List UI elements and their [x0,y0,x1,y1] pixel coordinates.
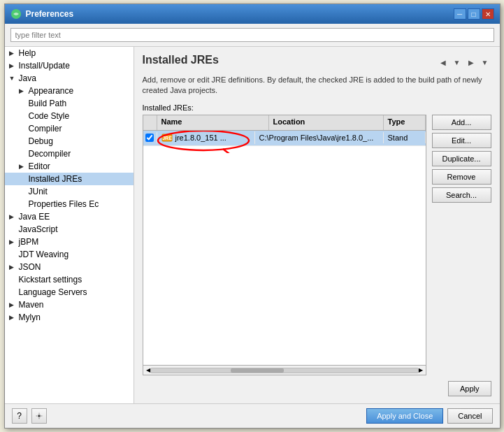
gear-icon [35,412,43,420]
content-area: ▶ Help ▶ Install/Update ▼ Java ▶ Appeara… [5,47,500,403]
sidebar-label: Decompiler [29,149,71,159]
row-name: jre1.8.0_151 ... [175,134,226,142]
sidebar-item-jbpm[interactable]: ▶ jBPM [5,236,134,248]
dialog-body: ▶ Help ▶ Install/Update ▼ Java ▶ Appeara… [5,24,500,403]
scroll-right-button[interactable]: ▶ [419,367,423,373]
expand-arrow: ▶ [9,301,16,308]
footer-left: ? [12,408,47,424]
sidebar-item-code-style[interactable]: ▶ Code Style [5,110,134,122]
horizontal-scrollbar-track[interactable] [150,368,419,373]
eclipse-icon [10,8,22,20]
sidebar-label: Editor [29,161,50,171]
sidebar-item-jdt-weaving[interactable]: ▶ JDT Weaving [5,248,134,261]
sidebar-label: Language Servers [19,287,87,297]
sidebar-item-kickstart[interactable]: ▶ Kickstart settings [5,273,134,286]
help-icon-button[interactable]: ? [12,408,27,424]
sidebar-item-decompiler[interactable]: ▶ Decompiler [5,147,134,160]
remove-button[interactable]: Remove [432,169,491,185]
edit-button[interactable]: Edit... [432,133,491,148]
back-dropdown-button[interactable]: ▼ [451,56,463,69]
search-bar [5,24,500,47]
table-row[interactable]: JRE jre1.8.0_151 ... C:\Program Files\Ja… [143,131,426,146]
sidebar-label: Installed JREs [29,174,82,184]
sidebar-label: Compiler [29,124,62,134]
table-row-area: Name Location Type [143,115,491,375]
expand-arrow: ▶ [9,50,16,57]
th-location: Location [269,115,384,130]
sidebar-item-appearance[interactable]: ▶ Appearance [5,85,134,97]
horizontal-scrollbar-thumb [231,368,284,373]
sidebar: ▶ Help ▶ Install/Update ▼ Java ▶ Appeara… [5,47,134,403]
sidebar-item-properties-files[interactable]: ▶ Properties Files Ec [5,198,134,210]
sidebar-item-language-servers[interactable]: ▶ Language Servers [5,286,134,298]
th-name: Name [157,115,269,130]
maximize-button[interactable]: □ [468,8,480,20]
sidebar-item-compiler[interactable]: ▶ Compiler [5,122,134,135]
sidebar-label: jBPM [19,237,39,247]
svg-text:JRE: JRE [162,136,172,141]
jre-checkbox[interactable] [145,134,154,142]
sidebar-item-install-update[interactable]: ▶ Install/Update [5,59,134,72]
sidebar-label: Build Path [29,99,67,108]
expand-arrow: ▶ [9,264,16,271]
jre-table: Name Location Type [143,115,426,375]
expand-arrow: ▼ [9,75,16,82]
apply-button[interactable]: Apply [448,381,491,396]
table-scrollbar[interactable]: ◀ ▶ [143,365,426,375]
forward-button[interactable]: ▶ [465,56,477,69]
panel-description: Add, remove or edit JRE definitions. By … [143,75,491,96]
sidebar-item-build-path[interactable]: ▶ Build Path [5,97,134,110]
sidebar-item-installed-jres[interactable]: ▶ Installed JREs [5,173,134,185]
preferences-icon-button[interactable] [31,408,47,424]
sidebar-label: Code Style [29,111,70,121]
apply-close-button[interactable]: Apply and Close [366,408,443,424]
scroll-left-button[interactable]: ◀ [146,367,150,373]
th-check [143,115,157,130]
sidebar-label: JavaScript [19,224,58,234]
sidebar-item-java[interactable]: ▼ Java [5,72,134,85]
add-button[interactable]: Add... [432,115,491,130]
sidebar-item-maven[interactable]: ▶ Maven [5,298,134,311]
sidebar-label: Kickstart settings [19,275,82,285]
expand-arrow: ▶ [19,87,26,94]
forward-dropdown-button[interactable]: ▼ [479,56,491,69]
close-button[interactable]: ✕ [482,8,494,20]
sidebar-label: Help [19,48,36,58]
sidebar-item-debug[interactable]: ▶ Debug [5,135,134,147]
row-name-cell: JRE jre1.8.0_151 ... [157,131,255,144]
sidebar-label: Properties Files Ec [29,199,99,209]
expand-arrow: ▶ [9,213,16,220]
sidebar-label: Appearance [29,86,74,96]
sidebar-item-editor[interactable]: ▶ Editor [5,160,134,173]
expand-arrow: ▶ [9,314,16,321]
right-button-panel: Add... Edit... Duplicate... Remove Searc… [432,115,491,375]
installed-jres-label: Installed JREs: [143,103,491,112]
row-checkbox-cell [143,132,157,143]
main-header-row: Installed JREs ◀ ▼ ▶ ▼ [143,54,491,71]
minimize-button[interactable]: ─ [454,8,466,20]
sidebar-label: JDT Weaving [19,250,69,259]
sidebar-item-help[interactable]: ▶ Help [5,47,134,59]
sidebar-item-junit[interactable]: ▶ JUnit [5,185,134,198]
table-header: Name Location Type [143,115,426,131]
sidebar-item-mylyn[interactable]: ▶ Mylyn [5,311,134,324]
sidebar-item-java-ee[interactable]: ▶ Java EE [5,210,134,223]
panel-title: Installed JREs [143,54,219,66]
sidebar-item-json[interactable]: ▶ JSON [5,261,134,273]
search-button[interactable]: Search... [432,187,491,203]
expand-arrow: ▶ [9,62,16,69]
cancel-button[interactable]: Cancel [447,408,492,424]
sidebar-label: JUnit [29,187,48,196]
jre-icon: JRE [161,133,173,143]
duplicate-button[interactable]: Duplicate... [432,151,491,166]
sidebar-item-javascript[interactable]: ▶ JavaScript [5,223,134,236]
sidebar-label: Mylyn [19,312,41,322]
svg-point-4 [38,415,41,417]
expand-arrow: ▶ [9,238,16,245]
row-location-cell: C:\Program Files\Java\jre1.8.0_... [255,132,384,143]
title-bar: Preferences ─ □ ✕ [5,4,500,24]
sidebar-label: Java [19,73,36,83]
filter-input[interactable] [10,28,494,42]
back-button[interactable]: ◀ [437,56,449,69]
dialog-title: Preferences [26,9,74,19]
